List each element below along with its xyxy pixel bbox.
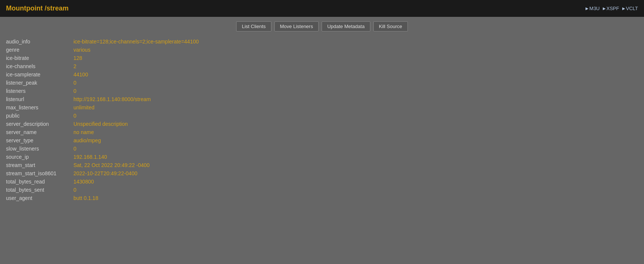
update-metadata-button[interactable]: Update Metadata <box>322 21 370 31</box>
header-links: M3U XSPF VCLT <box>586 6 638 11</box>
kill-source-button[interactable]: Kill Source <box>373 21 408 31</box>
table-row: listener_peak0 <box>6 79 638 87</box>
field-value: 2 <box>73 63 76 69</box>
field-value: 0 <box>73 80 76 86</box>
toolbar: List Clients Move Listeners Update Metad… <box>0 17 644 36</box>
table-row: public0 <box>6 112 638 120</box>
table-row: source_ip192.168.1.140 <box>6 153 638 161</box>
field-key: listenurl <box>6 96 73 102</box>
table-row: ice-bitrate128 <box>6 54 638 62</box>
field-value: 0 <box>73 113 76 119</box>
field-key: stream_start_iso8601 <box>6 170 73 176</box>
table-row: genrevarious <box>6 46 638 54</box>
table-row: server_descriptionUnspecified descriptio… <box>6 120 638 128</box>
field-key: public <box>6 113 73 119</box>
field-value: 192.168.1.140 <box>73 154 107 160</box>
field-value: 128 <box>73 55 82 61</box>
field-key: ice-bitrate <box>6 55 73 61</box>
page-title: Mountpoint /stream <box>6 4 69 12</box>
table-row: stream_start_iso86012022-10-22T20:49:22-… <box>6 169 638 177</box>
field-link[interactable]: http://192.168.1.140:8000/stream <box>73 96 151 102</box>
field-key: total_bytes_sent <box>6 187 73 193</box>
move-listeners-button[interactable]: Move Listeners <box>274 21 319 31</box>
table-row: max_listenersunlimited <box>6 103 638 112</box>
table-row: user_agentbutt 0.1.18 <box>6 194 638 202</box>
field-value: Unspecified description <box>73 121 128 127</box>
field-key: ice-samplerate <box>6 72 73 78</box>
field-key: server_type <box>6 137 73 143</box>
xspf-link[interactable]: XSPF <box>603 6 619 11</box>
table-row: listeners0 <box>6 87 638 95</box>
field-key: listeners <box>6 88 73 94</box>
field-value: ice-bitrate=128;ice-channels=2;ice-sampl… <box>73 39 199 45</box>
table-row: slow_listeners0 <box>6 145 638 153</box>
field-value: 44100 <box>73 72 88 78</box>
table-row: listenurlhttp://192.168.1.140:8000/strea… <box>6 95 638 103</box>
table-row: ice-channels2 <box>6 62 638 70</box>
table-row: audio_infoice-bitrate=128;ice-channels=2… <box>6 37 638 46</box>
vclt-link[interactable]: VCLT <box>622 6 638 11</box>
table-row: stream_startSat, 22 Oct 2022 20:49:22 -0… <box>6 161 638 169</box>
field-key: stream_start <box>6 162 73 168</box>
field-key: source_ip <box>6 154 73 160</box>
field-value: 2022-10-22T20:49:22-0400 <box>73 170 137 176</box>
table-row: server_typeaudio/mpeg <box>6 136 638 145</box>
field-value: no name <box>73 129 94 135</box>
field-value: 0 <box>73 146 76 152</box>
field-key: user_agent <box>6 195 73 201</box>
field-key: ice-channels <box>6 63 73 69</box>
field-value: 0 <box>73 187 76 193</box>
table-row: server_nameno name <box>6 128 638 136</box>
field-key: audio_info <box>6 39 73 45</box>
m3u-link[interactable]: M3U <box>586 6 599 11</box>
table-row: total_bytes_read1430800 <box>6 177 638 186</box>
list-clients-button[interactable]: List Clients <box>236 21 271 31</box>
field-value: Sat, 22 Oct 2022 20:49:22 -0400 <box>73 162 150 168</box>
data-table: audio_infoice-bitrate=128;ice-channels=2… <box>0 36 644 204</box>
field-value[interactable]: http://192.168.1.140:8000/stream <box>73 96 151 102</box>
field-key: server_description <box>6 121 73 127</box>
field-key: total_bytes_read <box>6 179 73 185</box>
table-row: total_bytes_sent0 <box>6 186 638 194</box>
field-value: various <box>73 47 90 53</box>
field-value: 1430800 <box>73 179 94 185</box>
field-value: 0 <box>73 88 76 94</box>
field-key: server_name <box>6 129 73 135</box>
field-value: butt 0.1.18 <box>73 195 98 201</box>
header: Mountpoint /stream M3U XSPF VCLT <box>0 0 644 17</box>
field-value: audio/mpeg <box>73 137 101 143</box>
field-key: slow_listeners <box>6 146 73 152</box>
table-row: ice-samplerate44100 <box>6 70 638 79</box>
field-value: unlimited <box>73 104 94 110</box>
field-key: max_listeners <box>6 104 73 110</box>
field-key: listener_peak <box>6 80 73 86</box>
field-key: genre <box>6 47 73 53</box>
